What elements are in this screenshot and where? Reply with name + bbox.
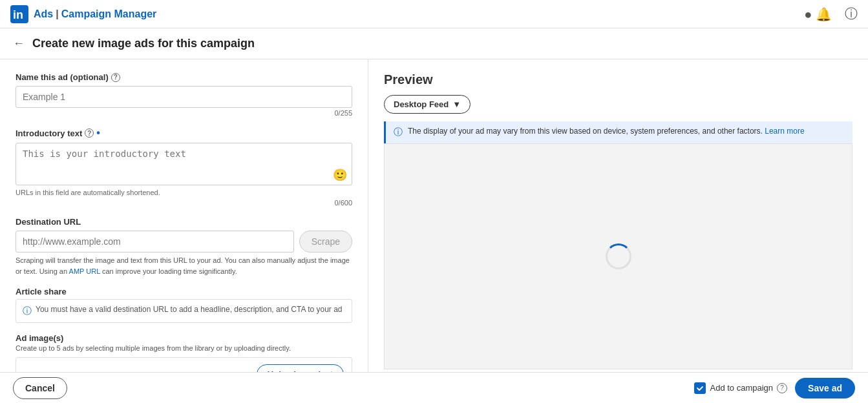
save-ad-button[interactable]: Save ad bbox=[795, 378, 855, 398]
add-campaign-help-icon[interactable]: ? bbox=[777, 383, 787, 393]
destination-label: Destination URL bbox=[16, 217, 352, 227]
bell-icon[interactable]: ● 🔔 bbox=[804, 6, 832, 22]
upload-select-button[interactable]: Upload or select bbox=[257, 364, 344, 372]
article-share-label: Article share bbox=[16, 287, 352, 296]
intro-help-icon[interactable]: ? bbox=[85, 129, 94, 138]
preview-notice: ⓘ The display of your ad may vary from t… bbox=[384, 121, 852, 143]
amp-url-link[interactable]: AMP URL bbox=[69, 267, 100, 275]
article-share-group: Article share ⓘ You must have a valid de… bbox=[16, 287, 352, 323]
scrape-note: Scraping will transfer the image and tex… bbox=[16, 255, 352, 276]
required-dot: • bbox=[96, 127, 100, 139]
notice-info-icon: ⓘ bbox=[394, 127, 403, 138]
name-input[interactable] bbox=[16, 86, 352, 108]
left-panel: Name this ad (optional) ? 0/255 Introduc… bbox=[0, 59, 368, 372]
main-layout: Name this ad (optional) ? 0/255 Introduc… bbox=[0, 59, 868, 372]
header-icons: ● 🔔 ⓘ bbox=[804, 5, 858, 23]
header-title: Ads|Campaign Manager bbox=[34, 8, 156, 20]
destination-field-group: Destination URL Scrape Scraping will tra… bbox=[16, 217, 352, 276]
info-box: ⓘ You must have a valid destination URL … bbox=[16, 299, 352, 323]
intro-label: Introductory text ? • bbox=[16, 127, 352, 139]
footer: Cancel Add to campaign ? Save ad bbox=[0, 372, 868, 403]
intro-field-group: Introductory text ? • 🙂 URLs in this fie… bbox=[16, 127, 352, 207]
intro-textarea[interactable] bbox=[16, 143, 352, 185]
back-button[interactable]: ← bbox=[13, 37, 25, 50]
preview-dropdown-label: Desktop Feed bbox=[394, 99, 449, 109]
scrape-button[interactable]: Scrape bbox=[299, 231, 352, 253]
loading-spinner bbox=[606, 243, 631, 269]
add-to-campaign-checkbox[interactable] bbox=[694, 382, 706, 394]
image-upload-box: Image must be JPG, PNG, or GIF; up to 5M… bbox=[16, 357, 352, 372]
preview-content bbox=[384, 143, 852, 369]
ad-images-label: Ad image(s) bbox=[16, 333, 352, 343]
learn-more-link[interactable]: Learn more bbox=[765, 127, 804, 136]
page-title: Create new image ads for this campaign bbox=[32, 37, 255, 50]
sub-header: ← Create new image ads for this campaign bbox=[0, 28, 868, 59]
intro-char-count: 0/600 bbox=[16, 199, 352, 207]
name-help-icon[interactable]: ? bbox=[111, 73, 120, 82]
linkedin-logo: in bbox=[10, 5, 28, 23]
name-label: Name this ad (optional) ? bbox=[16, 72, 352, 82]
header-left: in Ads|Campaign Manager bbox=[10, 5, 156, 23]
ad-images-sub: Create up to 5 ads by selecting multiple… bbox=[16, 344, 352, 352]
preview-dropdown[interactable]: Desktop Feed ▼ bbox=[384, 95, 471, 114]
destination-url-input[interactable] bbox=[16, 231, 294, 253]
footer-right: Add to campaign ? Save ad bbox=[694, 378, 855, 398]
cancel-button[interactable]: Cancel bbox=[13, 377, 67, 399]
chevron-down-icon: ▼ bbox=[452, 99, 461, 109]
name-field-group: Name this ad (optional) ? 0/255 bbox=[16, 72, 352, 117]
help-icon[interactable]: ⓘ bbox=[845, 5, 858, 23]
svg-text:in: in bbox=[13, 8, 23, 21]
url-row: Scrape bbox=[16, 231, 352, 253]
info-icon: ⓘ bbox=[23, 305, 32, 317]
header: in Ads|Campaign Manager ● 🔔 ⓘ bbox=[0, 0, 868, 28]
emoji-icon[interactable]: 🙂 bbox=[333, 168, 347, 182]
image-format-note: Image must be JPG, PNG, or GIF; up to 5M… bbox=[24, 371, 167, 373]
add-campaign-label: Add to campaign ? bbox=[694, 382, 787, 394]
intro-textarea-wrapper: 🙂 bbox=[16, 143, 352, 187]
preview-title: Preview bbox=[384, 72, 852, 87]
url-note: URLs in this field are automatically sho… bbox=[16, 189, 352, 196]
name-char-count: 0/255 bbox=[16, 109, 352, 117]
ad-images-group: Ad image(s) Create up to 5 ads by select… bbox=[16, 333, 352, 372]
right-panel: Preview Desktop Feed ▼ ⓘ The display of … bbox=[368, 59, 868, 372]
